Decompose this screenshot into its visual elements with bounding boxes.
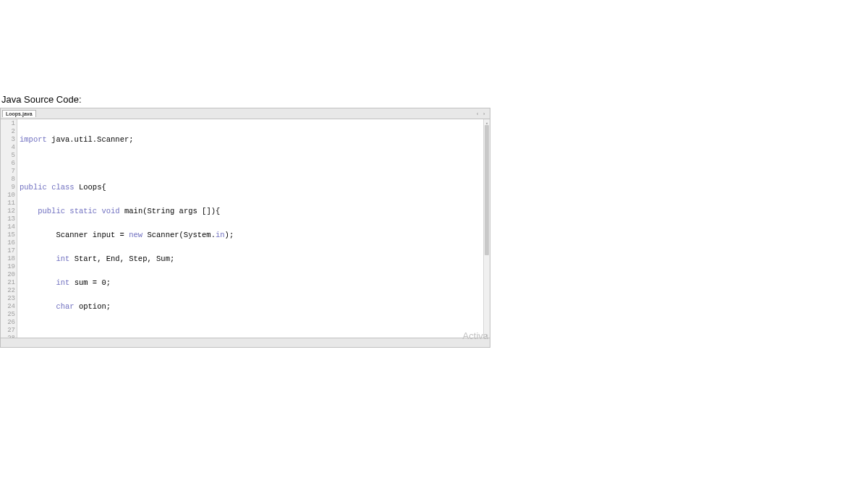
line-number: 9 — [1, 184, 15, 192]
keyword: public — [20, 183, 47, 192]
line-number: 27 — [1, 327, 15, 335]
line-number: 1 — [1, 120, 15, 128]
status-bar — [1, 338, 490, 347]
line-number: 15 — [1, 231, 15, 239]
file-tab[interactable]: Loops.java — [2, 110, 36, 117]
line-number: 14 — [1, 223, 15, 231]
code-text: Scanner(System. — [142, 231, 216, 239]
code-line: Scanner input = new Scanner(System.in); — [20, 231, 483, 239]
code-text: Loops{ — [75, 183, 106, 192]
line-number: 18 — [1, 255, 15, 263]
code-text: ); — [225, 231, 234, 239]
code-line: import java.util.Scanner; — [20, 136, 483, 144]
line-number: 3 — [1, 136, 15, 144]
keyword: char — [56, 302, 74, 311]
line-number: 2 — [1, 128, 15, 136]
code-line: public class Loops{ — [20, 184, 483, 192]
window-controls: ‹ › — [477, 111, 488, 116]
line-gutter: 1 2 3 4 5 6 7 8 9 10 11 12 13 14 15 16 1… — [1, 119, 17, 338]
code-text: Scanner input = — [20, 231, 129, 239]
tab-bar: Loops.java ‹ › — [1, 108, 490, 119]
scroll-down-icon[interactable]: ▾ — [484, 332, 490, 338]
code-text: main(String args []){ — [120, 207, 221, 215]
line-number: 26 — [1, 319, 15, 327]
line-number: 24 — [1, 303, 15, 311]
code-text: java.util.Scanner; — [47, 135, 134, 144]
keyword: int — [56, 254, 69, 263]
line-number: 8 — [1, 176, 15, 184]
line-number: 7 — [1, 168, 15, 176]
line-number: 12 — [1, 207, 15, 215]
code-text: Start, End, Step, Sum; — [69, 254, 174, 263]
line-number: 10 — [1, 192, 15, 200]
line-number: 5 — [1, 152, 15, 160]
code-line: public static void main(String args []){ — [20, 207, 483, 215]
editor-window: Loops.java ‹ › 1 2 3 4 5 6 7 8 9 10 11 1… — [0, 108, 490, 348]
line-number: 25 — [1, 311, 15, 319]
scroll-thumb[interactable] — [485, 125, 489, 255]
code-line: int sum = 0; — [20, 279, 483, 287]
vertical-scrollbar[interactable]: ▴ ▾ — [483, 119, 490, 338]
line-number: 16 — [1, 239, 15, 247]
keyword: in — [216, 231, 225, 239]
code-text — [20, 302, 56, 311]
line-number: 23 — [1, 295, 15, 303]
line-number: 13 — [1, 215, 15, 223]
code-content[interactable]: import java.util.Scanner; public class L… — [17, 119, 483, 338]
code-text — [20, 278, 56, 287]
line-number: 6 — [1, 160, 15, 168]
scroll-up-icon[interactable]: ▴ — [484, 119, 490, 125]
line-number: 20 — [1, 271, 15, 279]
code-line: int Start, End, Step, Sum; — [20, 255, 483, 263]
page-title: Java Source Code: — [1, 94, 868, 105]
keyword: class — [51, 183, 75, 192]
window-next-icon[interactable]: › — [483, 111, 488, 116]
code-text: sum = 0; — [69, 278, 111, 287]
line-number: 28 — [1, 335, 15, 338]
line-number: 22 — [1, 287, 15, 295]
line-number: 4 — [1, 144, 15, 152]
code-line — [20, 160, 483, 168]
keyword: new — [129, 231, 142, 239]
keyword: void — [101, 207, 119, 215]
code-line — [20, 327, 483, 335]
keyword: public — [38, 207, 65, 215]
line-number: 21 — [1, 279, 15, 287]
line-number: 17 — [1, 247, 15, 255]
window-prev-icon[interactable]: ‹ — [477, 111, 482, 116]
keyword: import — [20, 135, 47, 144]
code-line: char option; — [20, 303, 483, 311]
code-text: option; — [75, 302, 111, 311]
line-number: 11 — [1, 200, 15, 207]
code-text — [20, 254, 56, 263]
code-area: 1 2 3 4 5 6 7 8 9 10 11 12 13 14 15 16 1… — [1, 119, 490, 338]
line-number: 19 — [1, 263, 15, 271]
keyword: static — [69, 207, 97, 215]
keyword: int — [56, 278, 69, 287]
